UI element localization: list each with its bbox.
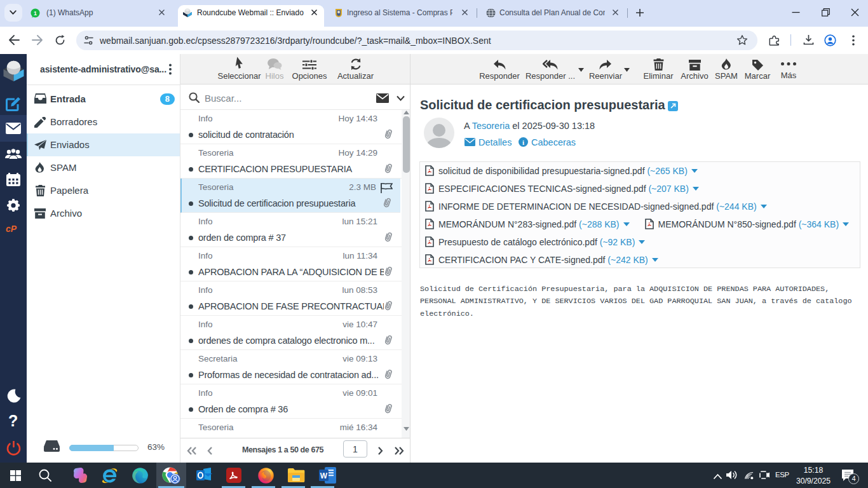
- svg-text:1: 1: [34, 10, 37, 17]
- svg-text:i: i: [522, 139, 524, 146]
- svg-text:W: W: [320, 471, 328, 480]
